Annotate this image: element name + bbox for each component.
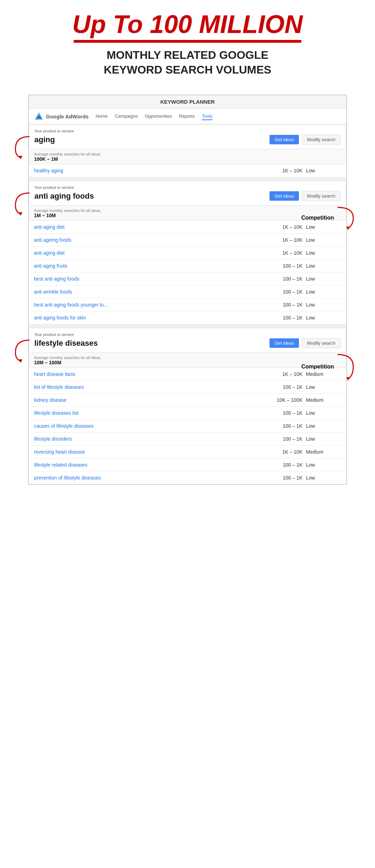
kw-volume: 100 – 1K — [250, 315, 306, 321]
aging-search-row: aging Get ideas Modify search — [34, 135, 341, 145]
aging-modify-button[interactable]: Modify search — [302, 135, 341, 145]
hero-subtitle: MONTHLY RELATED GOOGLEKEYWORD SEARCH VOL… — [7, 48, 368, 77]
anti-aging-stats-row: Average monthly searches for all ideas. … — [29, 206, 346, 221]
nav-tools[interactable]: Tools — [202, 113, 212, 120]
kw-competition: Low — [306, 315, 341, 321]
anti-aging-get-ideas-button[interactable]: Get ideas — [270, 191, 299, 201]
kw-competition: Low — [306, 410, 341, 416]
kw-volume: 10K – 100K — [250, 397, 306, 403]
table-row: anti ageing foods 1K – 10K Low — [29, 234, 346, 247]
table-row: prevention of lifestyle diseases 100 – 1… — [29, 471, 346, 484]
kw-causes-lifestyle-diseases[interactable]: causes of lifestyle diseases — [34, 423, 250, 429]
nav-campaigns[interactable]: Campaigns — [115, 113, 138, 120]
kw-competition: Low — [306, 237, 341, 243]
aging-stats-row: Average monthly searches for all ideas. … — [29, 149, 346, 164]
lifestyle-search-row: lifestyle diseases Get ideas Modify sear… — [34, 338, 341, 348]
kw-competition: Low — [306, 276, 341, 282]
kw-prevention-lifestyle-diseases[interactable]: prevention of lifestyle diseases — [34, 475, 250, 481]
adwords-icon — [34, 111, 44, 121]
aging-stats-label: Average monthly searches for all ideas. — [34, 152, 341, 156]
kw-volume: 100 – 1K — [250, 263, 306, 269]
competition-annotation-1: Competition — [301, 215, 334, 221]
nav-opportunities[interactable]: Opportunities — [145, 113, 172, 120]
nav-items: Home Campaigns Opportunities Reports Too… — [96, 113, 213, 120]
lifestyle-search-label: Your product or service — [34, 332, 341, 337]
kw-anti-aging-diet-2[interactable]: anti aging diet — [34, 250, 250, 256]
kw-anti-aging-foods-skin[interactable]: anti aging foods for skin — [34, 315, 250, 321]
anti-aging-stats-label: Average monthly searches for all ideas. — [34, 208, 341, 213]
kw-competition: Low — [306, 289, 341, 295]
anti-aging-search-block: Your product or service anti aging foods… — [29, 181, 346, 206]
competition-annotation-2: Competition — [301, 364, 334, 370]
kp-title-bar: KEYWORD PLANNER — [29, 95, 346, 109]
kw-volume: 100 – 1K — [250, 462, 306, 468]
kw-volume: 100 – 1K — [250, 475, 306, 481]
section-divider-2 — [29, 324, 346, 328]
arrow-lifestyle-left — [12, 338, 31, 364]
section-divider-1 — [29, 177, 346, 181]
kw-competition: Medium — [306, 449, 341, 455]
nav-home[interactable]: Home — [96, 113, 108, 120]
lifestyle-modify-button[interactable]: Modify search — [302, 338, 341, 348]
kw-volume: 100 – 1K — [250, 410, 306, 416]
lifestyle-search-block: Your product or service lifestyle diseas… — [29, 328, 346, 353]
svg-marker-5 — [346, 227, 350, 230]
arrow-competition-1 — [336, 206, 357, 230]
kw-volume: 100 – 1K — [250, 302, 306, 308]
kw-best-anti-aging-younger[interactable]: best anti aging foods younger lo… — [34, 302, 250, 308]
kw-competition: Low — [306, 168, 341, 173]
kw-competition: Low — [306, 263, 341, 269]
table-row: lifestyle disorders 100 – 1K Low — [29, 433, 346, 446]
kw-anti-ageing-foods[interactable]: anti ageing foods — [34, 237, 250, 243]
kw-lifestyle-diseases-list[interactable]: lifestyle diseases list — [34, 410, 250, 416]
aging-get-ideas-button[interactable]: Get ideas — [270, 135, 299, 144]
nav-reports[interactable]: Reports — [179, 113, 195, 120]
kw-competition: Low — [306, 462, 341, 468]
table-row: lifestyle related diseases 100 – 1K Low — [29, 459, 346, 471]
table-row: anti aging diet 1K – 10K Low — [29, 221, 346, 234]
keyword-planner-container: KEYWORD PLANNER Google AdWords Home Camp… — [28, 95, 347, 485]
anti-aging-modify-button[interactable]: Modify search — [302, 191, 341, 201]
table-row: best anti aging foods 100 – 1K Low — [29, 273, 346, 285]
kw-competition: Low — [306, 475, 341, 481]
kw-healthy-aging[interactable]: healthy aging — [34, 168, 250, 173]
hero-title: Up To 100 MILLION — [7, 11, 368, 38]
kw-volume: 100 – 1K — [250, 276, 306, 282]
lifestyle-stats-value: 10M – 100M — [34, 360, 61, 365]
aging-search-value: aging — [34, 135, 267, 144]
section-lifestyle-diseases: Your product or service lifestyle diseas… — [29, 328, 346, 484]
hero-section: Up To 100 MILLION MONTHLY RELATED GOOGLE… — [0, 0, 375, 88]
adwords-nav: Google AdWords Home Campaigns Opportunit… — [29, 109, 346, 124]
table-row: best anti aging foods younger lo… 100 – … — [29, 298, 346, 311]
adwords-brand: Google AdWords — [46, 113, 89, 119]
kw-anti-wrinkle-foods[interactable]: anti wrinkle foods — [34, 289, 250, 295]
table-row: healthy aging 1K – 10K Low — [29, 164, 346, 177]
table-row: reversing heart disease 1K – 10K Medium — [29, 446, 346, 459]
section-aging: Your product or service aging Get ideas … — [29, 124, 346, 177]
kw-volume: 1K – 10K — [250, 371, 306, 377]
table-row: anti wrinkle foods 100 – 1K Low — [29, 285, 346, 298]
kw-kidney-disease[interactable]: kidney disease — [34, 397, 250, 403]
kw-volume: 1K – 10K — [250, 237, 306, 243]
kw-lifestyle-disorders[interactable]: lifestyle disorders — [34, 436, 250, 442]
kw-volume: 100 – 1K — [250, 384, 306, 390]
arrow-aging-left — [12, 135, 31, 161]
aging-search-label: Your product or service — [34, 129, 341, 133]
table-row: heart disease facts 1K – 10K Medium — [29, 368, 346, 381]
arrow-anti-aging-left — [12, 191, 31, 217]
kw-list-lifestyle-diseases[interactable]: list of lifestyle diseases — [34, 384, 250, 390]
kw-anti-aging-diet-1[interactable]: anti aging diet — [34, 224, 250, 230]
adwords-logo: Google AdWords — [34, 111, 89, 121]
kw-lifestyle-related-diseases[interactable]: lifestyle related diseases — [34, 462, 250, 468]
kw-anti-aging-fruits[interactable]: anti aging fruits — [34, 263, 250, 269]
hero-underline — [74, 40, 302, 43]
svg-marker-7 — [346, 377, 350, 381]
kw-best-anti-aging-foods[interactable]: best anti aging foods — [34, 276, 250, 282]
lifestyle-get-ideas-button[interactable]: Get ideas — [270, 338, 299, 348]
lifestyle-stats-label: Average monthly searches for all ideas. — [34, 356, 341, 360]
anti-aging-search-value: anti aging foods — [34, 192, 267, 201]
kw-heart-disease-facts[interactable]: heart disease facts — [34, 371, 250, 377]
arrow-competition-2 — [336, 353, 357, 381]
kw-reversing-heart-disease[interactable]: reversing heart disease — [34, 449, 250, 455]
kw-competition: Low — [306, 302, 341, 308]
